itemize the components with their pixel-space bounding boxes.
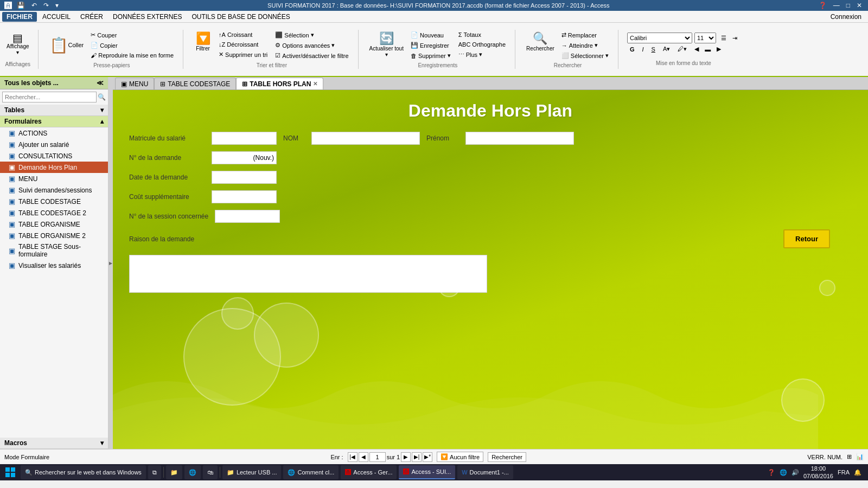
enregistrer-btn[interactable]: 💾 Enregistrer: [408, 41, 454, 50]
taskbar-app-explorer[interactable]: 📁: [166, 465, 182, 479]
start-button[interactable]: [2, 465, 18, 479]
supprimer-btn[interactable]: 🗑 Supprimer ▾: [408, 51, 454, 60]
tab-codestage[interactable]: ⊞ TABLE CODESTAGE: [154, 78, 236, 89]
plus-btn[interactable]: ⋯ Plus ▾: [456, 50, 508, 59]
matricule-input[interactable]: [212, 132, 277, 145]
menu-donnees-externes[interactable]: DONNÉES EXTERNES: [108, 12, 186, 22]
nav-item-table-codestage[interactable]: ▣ TABLE CODESTAGE: [0, 196, 108, 207]
cout-input[interactable]: [212, 190, 277, 203]
nav-section-formulaires[interactable]: Formulaires ▴: [0, 116, 108, 127]
taskbar-word[interactable]: W Document1 -...: [457, 465, 513, 479]
list-btn[interactable]: ☰: [718, 34, 729, 43]
help-btn[interactable]: ❓: [817, 1, 828, 10]
menu-outils[interactable]: OUTILS DE BASE DE DONNÉES: [187, 12, 294, 22]
help-icon[interactable]: ❓: [768, 469, 775, 476]
nav-header[interactable]: Tous les objets ... ≪: [0, 77, 108, 89]
nouveau-btn[interactable]: 📄 Nouveau: [408, 30, 454, 40]
nav-item-actions[interactable]: ▣ ACTIONS: [0, 127, 108, 139]
bg-color-btn[interactable]: 🖊▾: [675, 44, 690, 54]
nav-section-tables[interactable]: Tables ▾: [0, 105, 108, 116]
font-color-btn[interactable]: A▾: [660, 44, 673, 54]
taskbar-app-store[interactable]: 🛍: [203, 465, 218, 479]
tab-close-icon[interactable]: ✕: [313, 81, 317, 87]
nav-item-visualiser[interactable]: ▣ Visualiser les salariés: [0, 260, 108, 271]
selection-btn[interactable]: ⬛ Sélection ▾: [272, 30, 351, 40]
affichage-btn[interactable]: ▤ Affichage ▾: [4, 31, 31, 56]
filtrer-btn[interactable]: 🔽 Filtrer: [192, 30, 214, 53]
nav-item-suivi[interactable]: ▣ Suivi demandes/sessions: [0, 184, 108, 196]
nav-item-ajouter-salarie[interactable]: ▣ Ajouter un salarié: [0, 139, 108, 150]
nav-item-table-organisme2[interactable]: ▣ TABLE ORGANISME 2: [0, 230, 108, 241]
nav-item-demande-hors-plan[interactable]: ▣ Demande Hors Plan: [0, 162, 108, 173]
qat-redo[interactable]: ↷: [42, 1, 50, 10]
maximize-btn[interactable]: □: [845, 1, 852, 10]
taskbar-lecteur-usb[interactable]: 📁 Lecteur USB ...: [222, 465, 282, 479]
taskbar-comment[interactable]: 🌐 Comment cl...: [283, 465, 339, 479]
menu-fichier[interactable]: FICHIER: [2, 12, 37, 22]
nav-item-table-stage-sf[interactable]: ▣ TABLE STAGE Sous-formulaire: [0, 241, 108, 260]
tab-menu[interactable]: ▣ MENU: [115, 78, 154, 89]
italique-btn[interactable]: I: [640, 45, 647, 54]
selectionner-btn[interactable]: ⬜ Sélectionner ▾: [559, 51, 611, 60]
align-left-btn[interactable]: ◀: [692, 44, 701, 54]
align-center-btn[interactable]: ▬: [702, 44, 713, 54]
decroissant-btn[interactable]: ↓Z Décroissant: [216, 40, 270, 49]
orthographe-btn[interactable]: ABC Orthographe: [456, 40, 508, 49]
qat-dropdown[interactable]: ▾: [54, 1, 60, 10]
coller-btn[interactable]: 📋 Coller: [47, 35, 86, 55]
nav-prev-btn[interactable]: ◀: [359, 452, 368, 462]
tab-hors-plan[interactable]: ⊞ TABLE HORS PLAN ✕: [236, 78, 323, 89]
nav-new-btn[interactable]: ▶*: [423, 452, 432, 462]
no-filter-btn[interactable]: 🔽 Aucun filtre: [437, 452, 483, 462]
prenom-input[interactable]: [465, 132, 574, 145]
nom-input[interactable]: [311, 132, 420, 145]
nav-item-consultations[interactable]: ▣ CONSULTATIONS: [0, 150, 108, 162]
nav-section-macros[interactable]: Macros ▾: [0, 438, 108, 449]
taskbar-task-view[interactable]: ⧉: [148, 465, 161, 479]
menu-creer[interactable]: CRÉER: [76, 12, 107, 22]
search-icon[interactable]: 🔍: [98, 93, 106, 101]
session-input[interactable]: [215, 210, 280, 223]
gras-btn[interactable]: G: [627, 45, 637, 54]
activer-filtre-btn[interactable]: ☑ Activer/désactiver le filtre: [272, 51, 351, 60]
copier-btn[interactable]: 📄 Copier: [88, 41, 176, 50]
search-status-btn[interactable]: Rechercher: [488, 452, 526, 462]
qat-save[interactable]: 💾: [15, 1, 27, 10]
indent-btn[interactable]: ⇥: [730, 34, 740, 43]
nav-item-table-codestage2[interactable]: ▣ TABLE CODESTAGE 2: [0, 207, 108, 219]
minimize-btn[interactable]: —: [832, 1, 841, 10]
close-btn[interactable]: ✕: [855, 1, 864, 10]
record-number-input[interactable]: [369, 452, 386, 462]
notification-icon[interactable]: 🔔: [854, 469, 861, 476]
font-selector[interactable]: Calibri: [627, 33, 692, 43]
align-right-btn[interactable]: ▶: [714, 44, 724, 54]
totaux-btn[interactable]: Σ Totaux: [456, 30, 508, 39]
nav-next-btn[interactable]: ▶: [401, 452, 411, 462]
couper-btn[interactable]: ✂ Couper: [88, 30, 176, 40]
nav-search-input[interactable]: [2, 92, 97, 102]
date-input[interactable]: [212, 171, 277, 184]
taskbar-access-sui[interactable]: 🅰 Access - SUI...: [399, 465, 455, 479]
supprimer-tri-btn[interactable]: ✕ Supprimer un tri: [216, 50, 270, 59]
reproduire-btn[interactable]: 🖌 Reproduire la mise en forme: [88, 51, 176, 60]
options-avancees-btn[interactable]: ⚙ Options avancées ▾: [272, 41, 351, 50]
remplacer-btn[interactable]: ⇄ Remplacer: [559, 30, 611, 40]
taskbar-search[interactable]: 🔍 Rechercher sur le web et dans Windows: [21, 465, 146, 479]
retour-button[interactable]: Retour: [783, 229, 830, 248]
taskbar-app-edge[interactable]: 🌐: [184, 465, 201, 479]
fontsize-selector[interactable]: 11: [694, 33, 716, 43]
actualiser-btn[interactable]: 🔄 Actualiser tout ▾: [367, 30, 406, 60]
raison-textarea[interactable]: [129, 255, 487, 293]
qat-undo[interactable]: ↶: [30, 1, 39, 10]
croissant-btn[interactable]: ↑A Croissant: [216, 30, 270, 39]
nav-last-btn[interactable]: ▶|: [412, 452, 422, 462]
nav-item-menu[interactable]: ▣ MENU: [0, 173, 108, 184]
connexion[interactable]: Connexion: [831, 13, 866, 21]
rechercher-btn[interactable]: 🔍 Rechercher: [524, 30, 557, 60]
nav-item-table-organisme[interactable]: ▣ TABLE ORGANISME: [0, 219, 108, 230]
side-collapse-btn[interactable]: ▶: [108, 77, 113, 449]
souligne-btn[interactable]: S: [649, 45, 658, 54]
menu-accueil[interactable]: ACCUEIL: [38, 12, 75, 22]
nav-first-btn[interactable]: |◀: [348, 452, 358, 462]
atteindre-btn[interactable]: → Atteindre ▾: [559, 41, 611, 50]
